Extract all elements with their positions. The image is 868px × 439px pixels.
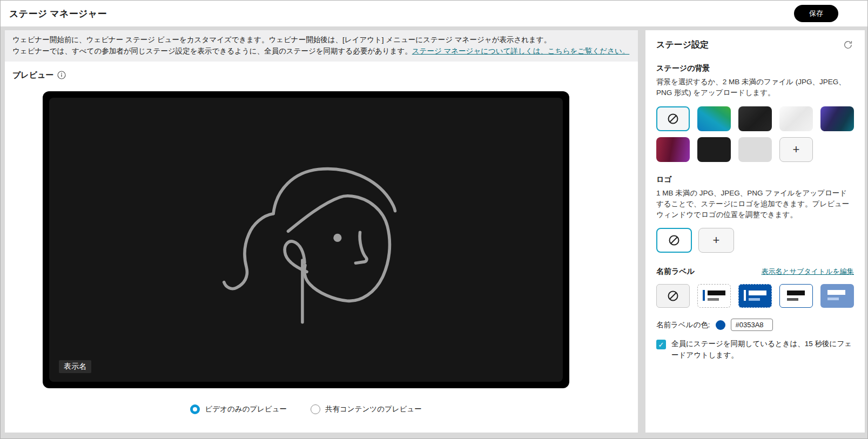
radio-selected-icon[interactable] <box>190 404 200 414</box>
subtitle-bar <box>749 298 760 301</box>
banner-line2: ウェビナーでは、すべての参加者が同じステージ設定を表示できるように、全員のステー… <box>12 46 630 57</box>
refresh-icon <box>843 40 853 50</box>
none-icon <box>667 290 679 302</box>
name-label-heading: 名前ラベル <box>656 267 695 276</box>
name-label-color-row: 名前ラベルの色: <box>656 319 854 331</box>
logo-upload-button[interactable]: + <box>698 228 734 253</box>
logo-section-description: 1 MB 未満の JPG、JPEG、PNG ファイルをアップロードすることで、ス… <box>656 188 854 221</box>
color-swatch-circle[interactable] <box>716 320 725 330</box>
radio-unselected-icon[interactable] <box>311 404 320 414</box>
radio-video-only-preview[interactable]: ビデオのみのプレビュー <box>190 404 287 414</box>
stage-video-area: 表示名 <box>49 98 563 382</box>
preview-heading: プレビュー <box>12 70 638 80</box>
logo-section-heading: ロゴ <box>656 175 854 185</box>
info-banner: ウェビナー開始前に、ウェビナー ステージ ビューをカスタマイズできます。ウェビナ… <box>5 30 638 62</box>
subtitle-bar <box>787 298 798 301</box>
name-label-style-none[interactable] <box>656 284 690 308</box>
accent-bar <box>703 290 705 301</box>
logo-none-selected[interactable] <box>656 228 692 253</box>
top-bar: ステージ マネージャー 保存 <box>1 1 867 26</box>
bg-upload-button[interactable]: + <box>779 137 813 162</box>
avatar-placeholder-illustration <box>209 149 403 330</box>
preview-mode-radios: ビデオのみのプレビュー 共有コンテンツのプレビュー <box>43 404 569 414</box>
page-title: ステージ マネージャー <box>9 8 107 20</box>
background-swatch-grid: + <box>656 106 856 162</box>
none-icon <box>668 234 680 246</box>
name-label-style-blue-accent[interactable] <box>738 284 772 308</box>
background-section-heading: ステージの背景 <box>656 64 854 73</box>
banner-line1: ウェビナー開始前に、ウェビナー ステージ ビューをカスタマイズできます。ウェビナ… <box>12 35 630 46</box>
stage-manager-help-link[interactable]: ステージ マネージャについて詳しくは、こちらをご覧ください。 <box>412 47 630 55</box>
name-label-style-options <box>656 284 854 308</box>
bg-swatch-light-gray[interactable] <box>738 137 772 162</box>
stage-preview: 表示名 <box>43 91 569 388</box>
name-label-style-light-plain[interactable] <box>779 284 813 308</box>
background-section-description: 背景を選択するか、2 MB 未満のファイル (JPG、JPEG、PNG 形式) … <box>656 77 854 99</box>
name-label-color-label: 名前ラベルの色: <box>656 320 710 330</box>
save-button[interactable]: 保存 <box>794 5 838 22</box>
accent-bar <box>744 290 746 301</box>
subtitle-bar <box>827 298 839 300</box>
preview-panel: ウェビナー開始前に、ウェビナー ステージ ビューをカスタマイズできます。ウェビナ… <box>5 30 638 433</box>
bg-swatch-dark-swirl[interactable] <box>738 106 772 131</box>
name-bar <box>708 291 725 295</box>
preview-title: プレビュー <box>12 70 53 80</box>
sidebar-header: ステージ設定 <box>656 39 854 51</box>
bg-swatch-red-purple[interactable] <box>656 137 690 162</box>
none-icon <box>667 113 679 125</box>
name-bar <box>787 291 805 295</box>
name-bar <box>827 290 845 295</box>
display-name-label: 表示名 <box>59 360 91 373</box>
radio-shared-content-label: 共有コンテンツのプレビュー <box>325 404 422 414</box>
sync-fadeout-row: ✓ 全員にステージを同期しているときは、15 秒後にフェードアウトします。 <box>656 339 854 361</box>
info-icon[interactable] <box>57 71 66 79</box>
bg-swatch-none-selected[interactable] <box>656 106 690 131</box>
sidebar-title: ステージ設定 <box>656 39 709 51</box>
radio-video-only-label: ビデオのみのプレビュー <box>205 404 287 414</box>
bg-swatch-black[interactable] <box>697 137 731 162</box>
bg-swatch-purple-teal[interactable] <box>820 106 854 131</box>
edit-display-name-link[interactable]: 表示名とサブタイトルを編集 <box>762 267 854 276</box>
sync-fadeout-checkbox-checked[interactable]: ✓ <box>656 340 666 349</box>
bg-swatch-blue-green[interactable] <box>697 106 731 131</box>
bg-swatch-light-swirl[interactable] <box>779 106 813 131</box>
color-hex-input[interactable] <box>731 319 773 331</box>
name-label-header: 名前ラベル 表示名とサブタイトルを編集 <box>656 267 854 276</box>
subtitle-bar <box>708 298 719 301</box>
name-bar <box>749 291 766 295</box>
name-label-style-light-accent[interactable] <box>697 284 731 308</box>
name-label-style-translucent-blue[interactable] <box>820 284 854 308</box>
reset-button[interactable] <box>842 39 854 51</box>
stage-settings-sidebar: ステージ設定 ステージの背景 背景を選択するか、2 MB 未満のファイル (JP… <box>645 30 865 433</box>
logo-options: + <box>656 228 854 253</box>
radio-shared-content-preview[interactable]: 共有コンテンツのプレビュー <box>311 404 422 414</box>
sync-fadeout-text: 全員にステージを同期しているときは、15 秒後にフェードアウトします。 <box>671 339 854 361</box>
